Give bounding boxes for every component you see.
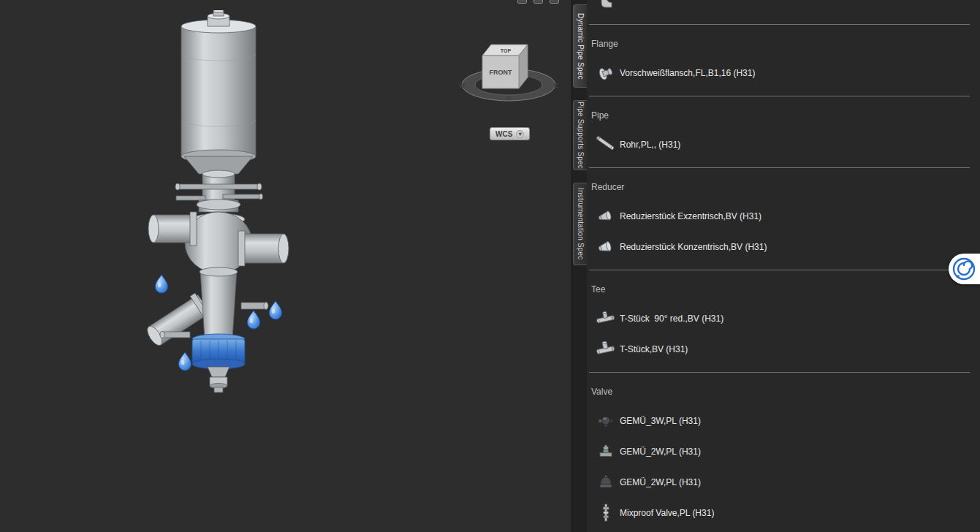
two-way-valve-dark-icon: [596, 473, 615, 492]
item-label: Vorschweißflansch,FL,B1,16 (H31): [620, 58, 755, 88]
three-way-valve-icon: [596, 411, 615, 430]
3d-viewport[interactable]: W S E FRONT TOP WCS ▾: [0, 0, 571, 532]
reducer-eccentric-icon: [596, 207, 615, 226]
palette-item[interactable]: GEMÜ_2W,PL (H31): [587, 436, 973, 467]
item-label: Mixproof Valve,PL (H31): [620, 498, 714, 528]
elbow-icon[interactable]: [598, 0, 615, 11]
palette-item[interactable]: GEMÜ_2W,PL (H31): [587, 467, 973, 498]
compass-west-label[interactable]: W: [459, 82, 466, 89]
item-label: GEMÜ_2W,PL (H31): [620, 436, 701, 467]
tab-pipe-supports-spec[interactable]: Pipe Supports Spec: [573, 100, 587, 170]
item-label: GEMÜ_2W,PL (H31): [620, 467, 701, 498]
viewport-control-icon-1[interactable]: [517, 0, 527, 4]
section-title-pipe: Pipe: [591, 110, 609, 122]
two-way-valve-icon: [596, 442, 615, 461]
communication-bubble-button[interactable]: [949, 254, 980, 284]
palette-item[interactable]: T-Stück 90° red.,BV (H31): [587, 303, 973, 334]
palette-item[interactable]: GEMÜ_3W,PL (H31): [587, 406, 973, 436]
item-label: Rohr,PL,, (H31): [620, 129, 680, 160]
section-divider: [589, 372, 970, 373]
palette-item[interactable]: Reduzierstück Exzentrisch,BV (H31): [587, 201, 973, 232]
tee-icon: [596, 340, 615, 359]
section-title-tee: Tee: [591, 284, 605, 296]
viewport-controls: [517, 0, 559, 4]
wcs-dropdown-icon[interactable]: ▾: [516, 130, 524, 138]
item-label: GEMÜ_3W,PL (H31): [620, 406, 701, 436]
reducer-concentric-icon: [596, 238, 615, 256]
section-title-flange: Flange: [591, 39, 618, 50]
viewport-control-icon-2[interactable]: [533, 0, 543, 4]
section-title-reducer: Reducer: [591, 182, 624, 194]
section-divider: [589, 24, 970, 25]
viewcube-front-label: FRONT: [490, 69, 512, 76]
compass-east-label[interactable]: E: [554, 82, 558, 89]
tool-palette: Dynamic Pipe Spec Pipe Supports Spec Ins…: [571, 0, 980, 532]
section-title-valve: Valve: [591, 387, 612, 398]
pipe-icon: [596, 135, 615, 154]
application-window: W S E FRONT TOP WCS ▾ Dynamic Pipe Spec …: [0, 0, 980, 532]
speech-swirl-icon: [951, 256, 977, 282]
viewport-control-icon-3[interactable]: [550, 0, 559, 4]
section-divider: [589, 167, 970, 168]
item-label: Reduzierstück Exzentrisch,BV (H31): [620, 201, 761, 232]
section-divider: [589, 96, 970, 96]
item-label: T-Stück,BV (H31): [620, 334, 688, 365]
item-label: T-Stück 90° red.,BV (H31): [620, 303, 723, 334]
palette-item[interactable]: Vorschweißflansch,FL,B1,16 (H31): [587, 58, 973, 88]
palette-tab-strip: Dynamic Pipe Spec Pipe Supports Spec Ins…: [571, 0, 587, 532]
palette-item[interactable]: Rohr,PL,, (H31): [587, 129, 973, 160]
palette-item[interactable]: T-Stück,BV (H31): [587, 334, 973, 365]
item-label: Reduzierstück Konzentrisch,BV (H31): [620, 232, 767, 262]
tab-instrumentation-spec[interactable]: Instrumentation Spec: [573, 183, 587, 265]
tee-reduced-icon: [596, 309, 615, 328]
valve-3d-model[interactable]: [132, 10, 307, 398]
viewcube[interactable]: W S E FRONT TOP: [455, 32, 564, 113]
compass-south-label[interactable]: S: [506, 94, 511, 102]
tab-dynamic-pipe-spec[interactable]: Dynamic Pipe Spec: [573, 4, 587, 88]
palette-content: Flange Vorschweißflansch,FL,B1,16 (H31) …: [587, 0, 980, 532]
mixproof-valve-icon: [596, 503, 615, 522]
section-divider: [589, 270, 970, 270]
palette-item[interactable]: Mixproof Valve,PL (H31): [587, 498, 973, 528]
flange-icon: [596, 64, 615, 83]
viewcube-top-label: TOP: [501, 48, 512, 53]
palette-item[interactable]: Reduzierstück Konzentrisch,BV (H31): [587, 232, 973, 262]
wcs-label: WCS: [495, 130, 512, 138]
wcs-selector[interactable]: WCS ▾: [490, 127, 530, 140]
